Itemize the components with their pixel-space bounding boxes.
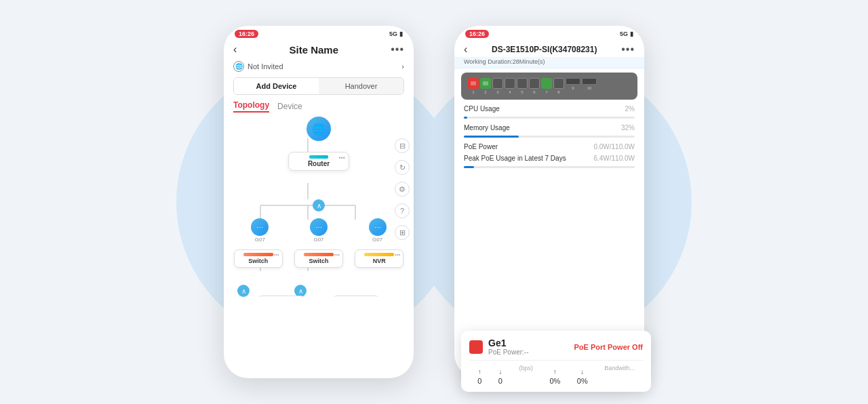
status-time-2: 16:26 — [465, 30, 489, 38]
phone2: 16:26 5G ▮ ‹ DS-3E1510P-SI(K34708231) ••… — [454, 26, 644, 378]
port-number-row: 1 2 3 4 — [468, 78, 597, 94]
nvr-dots[interactable]: ••• — [395, 251, 400, 258]
branch-circle-2[interactable]: ⋯ — [310, 218, 328, 236]
branch-label-3: G07 — [372, 237, 382, 243]
port-8[interactable] — [553, 78, 564, 89]
network-icon-1: 5G — [389, 31, 397, 37]
port-10[interactable] — [582, 78, 597, 85]
more-menu-1[interactable]: ••• — [391, 43, 404, 56]
help-icon[interactable]: ? — [395, 203, 410, 218]
router-label: Router — [293, 160, 344, 167]
switch2-dots[interactable]: ••• — [334, 251, 340, 258]
phone2-header: ‹ DS-3E1510P-SI(K34708231) ••• — [454, 41, 644, 57]
router-bar — [309, 155, 328, 159]
switch2-box[interactable]: ••• Switch — [294, 249, 343, 268]
camera-box[interactable]: Camera — [258, 296, 305, 297]
port-9-col: 9 — [566, 78, 580, 94]
cpu-stat-row: CPU Usage 2% — [464, 105, 635, 113]
poe-stat-row: PoE Power 0.0W/110.0W — [464, 143, 635, 150]
refresh-icon[interactable]: ↻ — [395, 160, 410, 175]
ap-box[interactable]: ((·)) Celling AP — [332, 296, 380, 297]
port-4[interactable] — [505, 78, 515, 89]
phone1: 16:26 5G ▮ ‹ Site Name ••• 🌐 Not Invited… — [224, 26, 414, 378]
port-6-col: 6 — [529, 78, 540, 94]
working-duration: Working Duration:28Minute(s) — [454, 57, 644, 68]
not-invited-left: 🌐 Not Invited — [233, 61, 283, 72]
port-3-col: 3 — [492, 78, 503, 94]
memory-value: 32% — [621, 124, 635, 132]
port-1-col: 1 — [468, 78, 479, 94]
ge1-rx-stat: ↓ 0 — [498, 365, 502, 385]
topo-section: Topology Device ⊟ ↻ ⚙ ? ⊞ — [224, 98, 414, 297]
battery-icon-2: ▮ — [630, 31, 633, 37]
not-invited-bar[interactable]: 🌐 Not Invited › — [224, 58, 414, 75]
bw-download-arrow-icon: ↓ — [580, 368, 584, 376]
status-bar-1: 16:26 5G ▮ — [224, 26, 414, 41]
port-5[interactable] — [517, 78, 528, 89]
branch-node-1: ⋯ G07 — [251, 218, 269, 243]
router-box[interactable]: ••• Router — [288, 152, 349, 171]
branch-node-3: ⋯ G07 — [369, 218, 387, 243]
switch1-dots[interactable]: ••• — [273, 251, 279, 258]
nvr-label: NVR — [359, 258, 399, 264]
topology-tab[interactable]: Topology — [233, 100, 269, 113]
cpu-bar-fill — [464, 117, 467, 119]
cpu-value: 2% — [625, 105, 635, 113]
ge1-red-indicator — [469, 340, 483, 354]
port-1[interactable] — [468, 78, 479, 89]
battery-icon-1: ▮ — [399, 31, 403, 37]
port-2[interactable] — [480, 78, 491, 89]
ge1-header: Ge1 PoE Power:-- PoE Port Power Off — [469, 338, 643, 356]
ge1-bw-rx-val: 0% — [577, 377, 588, 385]
ge1-card: Ge1 PoE Power:-- PoE Port Power Off ↑ 0 … — [461, 331, 651, 392]
internet-node: 🌐 — [307, 117, 331, 141]
not-invited-label: Not Invited — [248, 62, 283, 70]
ge1-poe-power: PoE Power:-- — [488, 348, 528, 356]
globe-icon: 🌐 — [233, 61, 244, 72]
port-7[interactable] — [541, 78, 552, 89]
ge1-tx-stat: ↑ 0 — [477, 365, 481, 385]
ge1-rx-val: 0 — [498, 377, 502, 385]
back-button-2[interactable]: ‹ — [464, 43, 467, 56]
branch-label-1: G07 — [255, 237, 265, 243]
phone2-wrapper: 16:26 5G ▮ ‹ DS-3E1510P-SI(K34708231) ••… — [454, 26, 644, 378]
status-icons-1: 5G ▮ — [389, 31, 403, 37]
ge1-left: Ge1 PoE Power:-- — [469, 338, 528, 356]
add-device-tab[interactable]: Add Device — [234, 78, 319, 94]
ge1-bw-tx-stat: ↑ 0% — [549, 365, 560, 385]
filter-icon[interactable]: ⊟ — [395, 138, 410, 153]
expand-button[interactable]: ∧ — [313, 199, 325, 211]
bw-upload-arrow-icon: ↑ — [553, 368, 557, 376]
port-group-1: 1 2 3 4 — [468, 78, 597, 94]
settings-icon[interactable]: ⚙ — [395, 182, 410, 197]
port-visualization: 1 2 3 4 — [461, 73, 637, 100]
ge1-tx-val: 0 — [477, 377, 481, 385]
peak-poe-value: 6.4W/110.0W — [593, 155, 635, 162]
device-tab[interactable]: Device — [277, 102, 302, 111]
more-menu-2[interactable]: ••• — [621, 43, 635, 56]
tab-row-1: Add Device Handover — [233, 77, 404, 95]
ge1-poe-off-label: PoE Port Power Off — [574, 343, 643, 351]
ge1-bw-rx-stat: ↓ 0% — [577, 365, 588, 385]
peak-poe-bar-wrap — [464, 166, 635, 168]
branch-label-2: G07 — [313, 237, 323, 243]
router-more-dots[interactable]: ••• — [339, 155, 345, 161]
switch1-box[interactable]: ••• Switch — [234, 249, 283, 268]
ge1-bw-tx-val: 0% — [549, 377, 560, 385]
branch-circle-1[interactable]: ⋯ — [251, 218, 269, 236]
nvr-box[interactable]: ••• NVR — [355, 249, 403, 268]
branch-circle-3[interactable]: ⋯ — [369, 218, 387, 236]
poe-value: 0.0W/110.0W — [593, 143, 635, 150]
port-6[interactable] — [529, 78, 540, 89]
handover-tab[interactable]: Handover — [319, 78, 403, 94]
ge1-bandwidth-label: Bandwith... — [604, 365, 635, 371]
status-icons-2: 5G ▮ — [620, 31, 633, 37]
download-arrow-icon: ↓ — [498, 368, 502, 376]
port-3[interactable] — [492, 78, 503, 89]
port-9[interactable] — [566, 78, 580, 85]
back-button-1[interactable]: ‹ — [233, 43, 237, 56]
network-icon-2: 5G — [620, 31, 628, 37]
switch1-bar — [243, 253, 273, 256]
topo-toggle: Topology Device — [224, 98, 414, 114]
ge1-bw-label: Bandwith... — [604, 365, 635, 385]
